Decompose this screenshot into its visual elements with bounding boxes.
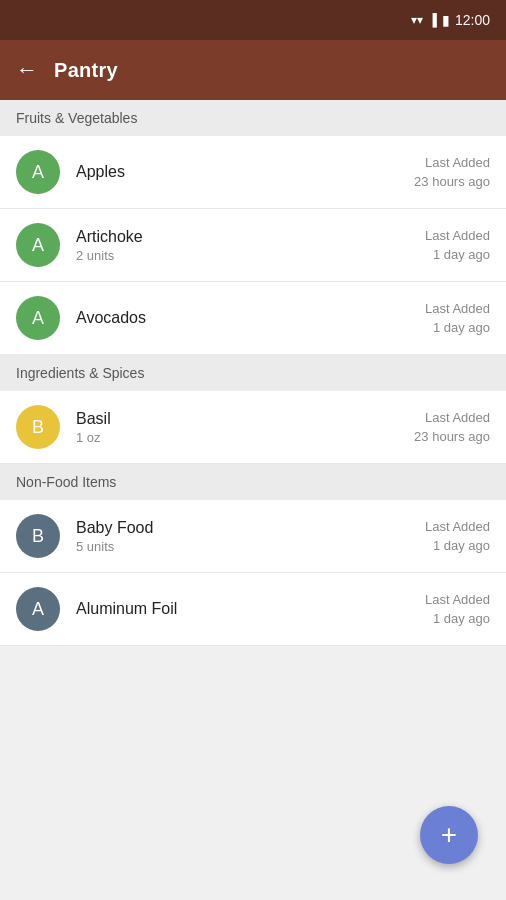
item-timestamp: Last Added1 day ago [425, 590, 490, 629]
app-bar: ← Pantry [0, 40, 506, 100]
item-timestamp: Last Added23 hours ago [414, 408, 490, 447]
item-subtitle: 5 units [76, 539, 425, 554]
section-header-fruits-vegetables: Fruits & Vegetables [0, 100, 506, 136]
status-bar: ▾▾ ▐ ▮ 12:00 [0, 0, 506, 40]
avatar-apples: A [16, 150, 60, 194]
item-name: Aluminum Foil [76, 600, 425, 618]
item-timestamp: Last Added1 day ago [425, 226, 490, 265]
list-item[interactable]: AAluminum FoilLast Added1 day ago [0, 573, 506, 646]
section-header-non-food-items: Non-Food Items [0, 464, 506, 500]
item-info-aluminum-foil: Aluminum Foil [76, 600, 425, 618]
section-header-ingredients-spices: Ingredients & Spices [0, 355, 506, 391]
item-timestamp: Last Added1 day ago [425, 299, 490, 338]
item-name: Artichoke [76, 228, 425, 246]
avatar-artichoke: A [16, 223, 60, 267]
list-item[interactable]: AAvocadosLast Added1 day ago [0, 282, 506, 355]
item-info-apples: Apples [76, 163, 414, 181]
item-subtitle: 2 units [76, 248, 425, 263]
list-item[interactable]: AArtichoke2 unitsLast Added1 day ago [0, 209, 506, 282]
avatar-baby-food: B [16, 514, 60, 558]
item-name: Baby Food [76, 519, 425, 537]
item-info-baby-food: Baby Food5 units [76, 519, 425, 554]
avatar-avocados: A [16, 296, 60, 340]
add-item-button[interactable]: + [420, 806, 478, 864]
battery-icon: ▮ [442, 12, 450, 28]
avatar-aluminum-foil: A [16, 587, 60, 631]
list-item[interactable]: AApplesLast Added23 hours ago [0, 136, 506, 209]
wifi-icon: ▾▾ [411, 13, 423, 27]
page-title: Pantry [54, 59, 118, 82]
item-info-avocados: Avocados [76, 309, 425, 327]
list-item[interactable]: BBasil1 ozLast Added23 hours ago [0, 391, 506, 464]
item-name: Avocados [76, 309, 425, 327]
signal-icon: ▐ [428, 13, 437, 27]
item-timestamp: Last Added23 hours ago [414, 153, 490, 192]
item-subtitle: 1 oz [76, 430, 414, 445]
item-name: Apples [76, 163, 414, 181]
item-timestamp: Last Added1 day ago [425, 517, 490, 556]
status-icons: ▾▾ ▐ ▮ 12:00 [411, 12, 490, 28]
content-area: Fruits & VegetablesAApplesLast Added23 h… [0, 100, 506, 900]
status-time: 12:00 [455, 12, 490, 28]
list-item[interactable]: BBaby Food5 unitsLast Added1 day ago [0, 500, 506, 573]
item-info-artichoke: Artichoke2 units [76, 228, 425, 263]
item-name: Basil [76, 410, 414, 428]
item-info-basil: Basil1 oz [76, 410, 414, 445]
back-button[interactable]: ← [16, 57, 38, 83]
avatar-basil: B [16, 405, 60, 449]
